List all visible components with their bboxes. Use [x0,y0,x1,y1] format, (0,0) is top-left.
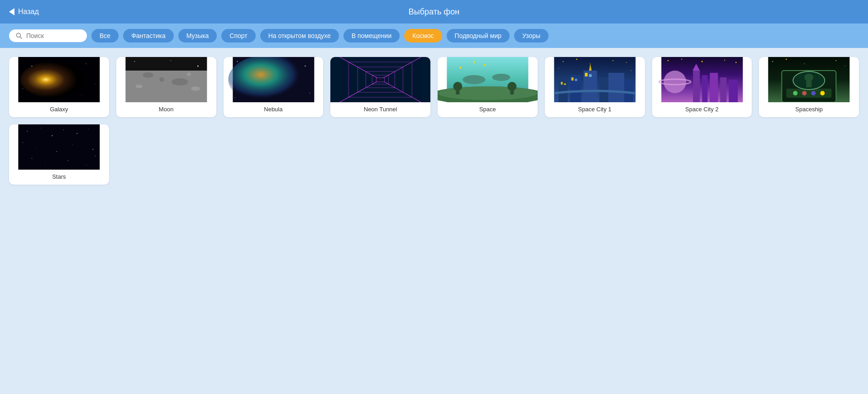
svg-point-15 [159,77,164,82]
svg-point-102 [63,129,64,130]
svg-point-8 [81,95,82,96]
filter-btn-music[interactable]: Музыка [178,29,217,43]
svg-point-19 [170,60,171,61]
filter-btn-underwater[interactable]: Подводный мир [447,29,510,43]
moon-svg [116,57,216,102]
svg-rect-66 [599,77,608,102]
svg-point-73 [724,60,725,61]
svg-rect-9 [125,57,207,71]
svg-point-13 [191,86,200,91]
bg-label-moon: Moon [159,106,174,113]
svg-point-50 [576,59,577,60]
filter-btn-space[interactable]: Космос [404,29,442,43]
svg-point-47 [492,74,510,81]
svg-point-55 [631,70,631,71]
bg-card-space[interactable]: Space [438,57,538,117]
svg-point-94 [820,91,825,95]
filter-buttons: ВсеФантастикаМузыкаСпортНа открытом возд… [91,29,548,43]
svg-point-99 [27,131,28,132]
bg-thumb-spaceship [759,57,859,102]
svg-point-25 [234,97,235,98]
svg-point-114 [95,156,95,156]
svg-rect-68 [624,80,633,102]
spaceship-svg [759,57,859,102]
bg-label-nebula: Nebula [264,106,282,113]
search-input[interactable] [26,32,81,39]
svg-point-7 [23,88,23,89]
svg-rect-61 [575,79,577,81]
svg-point-84 [773,61,773,62]
svg-rect-64 [589,74,591,77]
bg-label-spaceship: Spaceship [795,106,823,113]
svg-point-96 [805,74,814,81]
bg-card-space-city-2[interactable]: Space City 2 [652,57,752,117]
svg-rect-67 [608,73,624,102]
svg-point-74 [735,62,736,63]
svg-point-71 [681,59,682,60]
svg-point-100 [41,128,41,128]
svg-point-72 [701,61,702,62]
svg-rect-77 [693,71,700,102]
svg-point-43 [453,82,462,91]
bg-label-galaxy: Galaxy [50,106,68,113]
filter-btn-indoor[interactable]: В помещении [343,29,400,43]
filter-btn-outdoor[interactable]: На открытом воздухе [260,29,339,43]
back-button[interactable]: Назад [9,8,39,16]
bg-card-spaceship[interactable]: Spaceship [759,57,859,117]
bg-thumb-space-city-1 [545,57,645,102]
bg-card-nebula[interactable]: Nebula [224,57,324,117]
bg-thumb-nebula [224,57,324,102]
svg-rect-80 [710,73,718,102]
svg-point-3 [20,62,84,98]
svg-point-49 [563,61,563,62]
svg-point-101 [52,135,52,136]
bg-thumb-moon [116,57,216,102]
bg-card-galaxy[interactable]: Galaxy [9,57,109,117]
svg-point-112 [68,160,69,161]
filter-btn-patterns[interactable]: Узоры [514,29,548,43]
bg-label-space-city-2: Space City 2 [685,106,719,113]
svg-rect-81 [720,77,726,102]
bg-thumb-space-city-2 [652,57,752,102]
svg-rect-60 [571,77,573,81]
svg-point-70 [668,60,668,61]
filter-btn-sport[interactable]: Спорт [221,29,255,43]
nebula-svg [224,57,324,102]
svg-point-21 [228,57,310,102]
svg-point-38 [438,86,537,100]
svg-point-87 [836,60,837,61]
galaxy-svg [9,57,109,102]
bg-card-stars[interactable]: Stars [9,124,109,185]
svg-point-53 [626,62,627,63]
header: Назад Выбрать фон [0,0,868,24]
background-grid: Galaxy Moon [9,57,859,185]
bg-label-stars: Stars [52,173,66,180]
svg-point-18 [134,61,135,62]
svg-point-5 [86,63,87,64]
svg-point-88 [845,66,845,66]
svg-point-93 [811,91,816,95]
bg-card-space-city-1[interactable]: Space City 1 [545,57,645,117]
svg-point-105 [23,142,23,142]
svg-point-85 [786,59,787,60]
svg-point-108 [72,144,73,145]
bg-card-neon-tunnel[interactable]: Neon Tunnel [330,57,430,117]
spacecity1-svg [545,57,645,102]
svg-point-24 [309,93,310,94]
back-label: Назад [18,8,39,16]
svg-point-45 [507,82,516,91]
filter-bar: ВсеФантастикаМузыкаСпортНа открытом возд… [0,24,868,48]
filter-btn-fantasy[interactable]: Фантастика [123,29,174,43]
svg-point-46 [463,75,485,84]
bg-card-moon[interactable]: Moon [116,57,216,117]
filter-btn-all[interactable]: Все [91,29,119,43]
svg-point-22 [237,61,238,62]
svg-rect-58 [564,83,566,85]
svg-point-113 [86,165,86,165]
svg-rect-98 [18,124,100,170]
neon-tunnel-svg [330,57,430,102]
bg-thumb-neon-tunnel [330,57,430,102]
stars-svg [9,124,109,170]
search-box [9,29,87,42]
svg-point-54 [558,68,559,68]
